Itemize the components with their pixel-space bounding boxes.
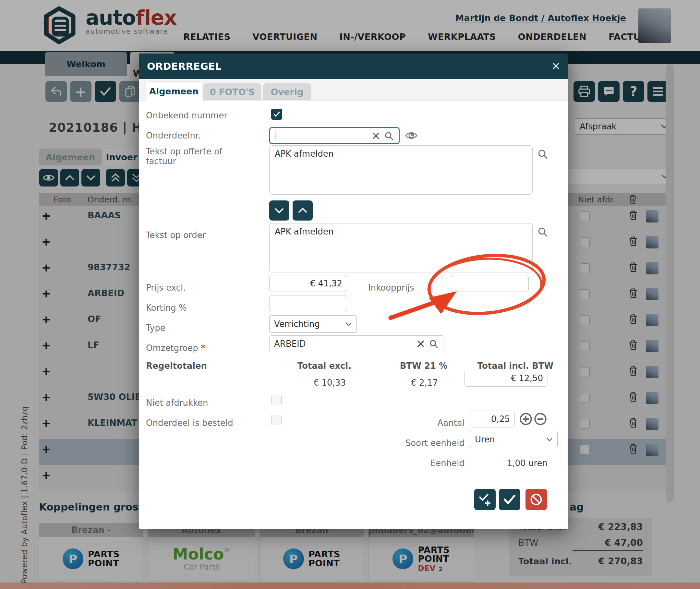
omzetgroep-input[interactable]: ARBEID [269, 335, 445, 352]
inkoopprijs-label: Inkoopprijs [368, 283, 414, 292]
tekst-order-label: Tekst op order [146, 230, 206, 240]
aantal-label: Aantal [400, 418, 465, 428]
btw-value: € 2,17 [373, 378, 438, 388]
modal-title: ORDERREGEL [147, 61, 221, 72]
cancel-button[interactable] [525, 489, 547, 510]
onderdeelnr-input[interactable] [269, 127, 400, 144]
check-icon [273, 111, 280, 117]
clear-x-icon[interactable] [372, 132, 380, 140]
onbekend-nummer-checkbox[interactable] [271, 109, 282, 120]
regeltotalen-label: Regeltotalen [146, 361, 207, 371]
text-caret [275, 131, 276, 141]
modal-tab-fotos[interactable]: 0 FOTO'S [203, 83, 261, 100]
onbekend-nummer-label: Onbekend nummer [146, 111, 227, 120]
chevron-down-icon [345, 322, 352, 326]
korting-label: Korting % [146, 303, 187, 313]
totaal-excl-value: € 10,33 [281, 378, 346, 388]
totaal-excl-header: Totaal excl. [292, 361, 357, 371]
required-asterisk: * [201, 343, 205, 353]
check-plus-icon [478, 493, 492, 506]
close-icon[interactable]: ✕ [551, 61, 561, 72]
niet-afdrukken-label: Niet afdrukken [146, 398, 208, 408]
tekst-offerte-label: Tekst op offerte of factuur [146, 147, 237, 166]
tekst-offerte-textarea[interactable]: APK afmelden [269, 145, 533, 195]
text-move-up-button[interactable] [293, 200, 313, 221]
check-icon [503, 494, 516, 505]
soort-eenheid-value: Uren [475, 435, 495, 444]
eenheid-value: 1,00 uren [483, 458, 548, 468]
modal-tab-label: Overig [271, 87, 304, 97]
soort-eenheid-select[interactable]: Uren [470, 431, 558, 448]
save-button[interactable] [499, 489, 520, 510]
chevron-down-icon [275, 208, 284, 213]
modal-tab-overig[interactable]: Overig [263, 83, 311, 100]
aantal-input[interactable] [470, 411, 515, 427]
type-label: Type [146, 323, 165, 333]
plus-circle-icon[interactable] [519, 413, 532, 425]
minus-circle-icon[interactable] [534, 413, 547, 425]
soort-eenheid-label: Soort eenheid [400, 438, 465, 448]
totaal-incl-header: Totaal incl. BTW [477, 361, 554, 371]
omzetgroep-label: Omzetgroep * [146, 343, 205, 353]
eenheid-label: Eenheid [400, 458, 465, 468]
chevron-down-icon [546, 437, 553, 442]
modal-tab-label: 0 FOTO'S [210, 87, 255, 97]
search-icon[interactable] [537, 227, 548, 237]
eye-icon[interactable] [405, 130, 418, 141]
orderregel-modal: ORDERREGEL ✕ Algemeen 0 FOTO'S Overig On… [139, 53, 568, 529]
chevron-up-icon [298, 208, 308, 213]
no-entry-icon [529, 493, 543, 506]
niet-afdrukken-checkbox[interactable] [271, 395, 282, 405]
omzetgroep-value: ARBEID [274, 339, 306, 349]
inkoopprijs-input[interactable] [451, 275, 529, 292]
text-move-down-button[interactable] [269, 200, 289, 221]
type-select[interactable]: Verrichting [269, 315, 357, 333]
search-icon[interactable] [429, 339, 438, 348]
onderdeel-besteld-checkbox[interactable] [271, 415, 282, 425]
app-root: autoflex automotive software RELATIES VO… [0, 0, 700, 589]
onderdeelnr-label: Onderdeelnr. [146, 131, 200, 141]
tekst-order-textarea[interactable]: APK afmelden [269, 223, 533, 272]
prijs-excl-input[interactable] [269, 275, 347, 292]
totaal-incl-input[interactable] [464, 370, 548, 387]
save-and-new-button[interactable] [474, 489, 496, 510]
modal-header: ORDERREGEL ✕ [139, 53, 568, 79]
clear-x-icon[interactable] [417, 340, 424, 348]
prijs-excl-label: Prijs excl. [146, 283, 186, 292]
modal-tab-algemeen[interactable]: Algemeen [146, 81, 202, 101]
search-icon[interactable] [537, 149, 548, 159]
korting-input[interactable] [269, 295, 347, 312]
modal-tab-label: Algemeen [149, 86, 198, 96]
onderdeel-besteld-label: Onderdeel is besteld [146, 418, 233, 428]
type-select-value: Verrichting [274, 319, 320, 329]
btw-header: BTW 21 % [391, 361, 456, 371]
search-icon[interactable] [384, 131, 393, 141]
